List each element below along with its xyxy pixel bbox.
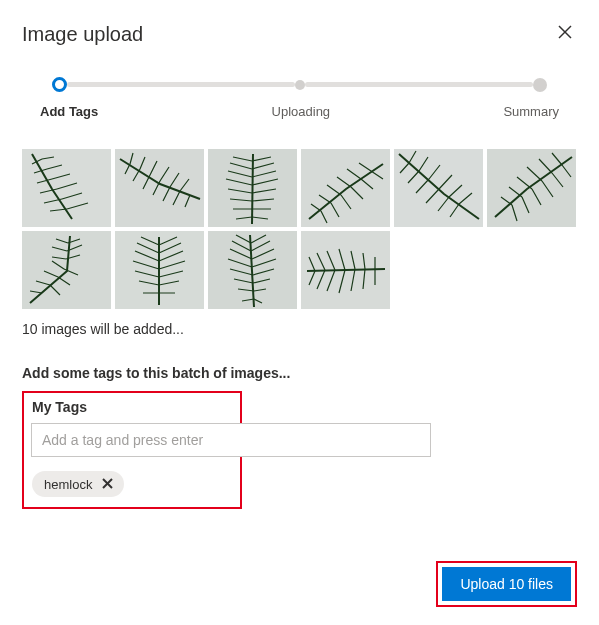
tag-input[interactable] xyxy=(31,423,431,457)
thumbnail[interactable] xyxy=(301,149,390,227)
thumbnail[interactable] xyxy=(115,149,204,227)
thumbnail[interactable] xyxy=(115,231,204,309)
progress-steps xyxy=(52,77,547,92)
step-dot-uploading xyxy=(295,80,305,90)
step-label-uploading: Uploading xyxy=(272,104,331,119)
step-label-add-tags: Add Tags xyxy=(40,104,98,119)
thumbnail[interactable] xyxy=(487,149,576,227)
progress-bar-2 xyxy=(305,82,533,87)
progress-bar-1 xyxy=(67,82,295,87)
my-tags-label: My Tags xyxy=(32,399,232,415)
close-icon xyxy=(557,24,573,44)
step-labels: Add Tags Uploading Summary xyxy=(40,104,559,119)
step-dot-add-tags xyxy=(52,77,67,92)
dialog-header: Image upload xyxy=(22,20,577,49)
footer-actions: Upload 10 files xyxy=(436,561,577,607)
close-button[interactable] xyxy=(553,20,577,49)
step-label-summary: Summary xyxy=(503,104,559,119)
dialog-title: Image upload xyxy=(22,23,143,46)
tag-chip-label: hemlock xyxy=(44,477,92,492)
thumbnail-grid xyxy=(22,149,577,309)
upload-button[interactable]: Upload 10 files xyxy=(442,567,571,601)
thumbnail[interactable] xyxy=(22,149,111,227)
tag-chip: hemlock xyxy=(32,471,124,497)
tag-remove-button[interactable] xyxy=(98,475,116,493)
thumbnail[interactable] xyxy=(208,231,297,309)
thumbnail[interactable] xyxy=(301,231,390,309)
status-text: 10 images will be added... xyxy=(22,321,577,337)
thumbnail[interactable] xyxy=(394,149,483,227)
close-icon xyxy=(102,477,113,492)
step-dot-summary xyxy=(533,78,547,92)
svg-rect-3 xyxy=(115,149,204,227)
thumbnail[interactable] xyxy=(208,149,297,227)
tag-prompt: Add some tags to this batch of images... xyxy=(22,365,577,381)
thumbnail[interactable] xyxy=(22,231,111,309)
image-upload-dialog: Image upload Add Tags Uploading Summary xyxy=(0,0,599,625)
my-tags-section: My Tags hemlock xyxy=(22,391,242,509)
